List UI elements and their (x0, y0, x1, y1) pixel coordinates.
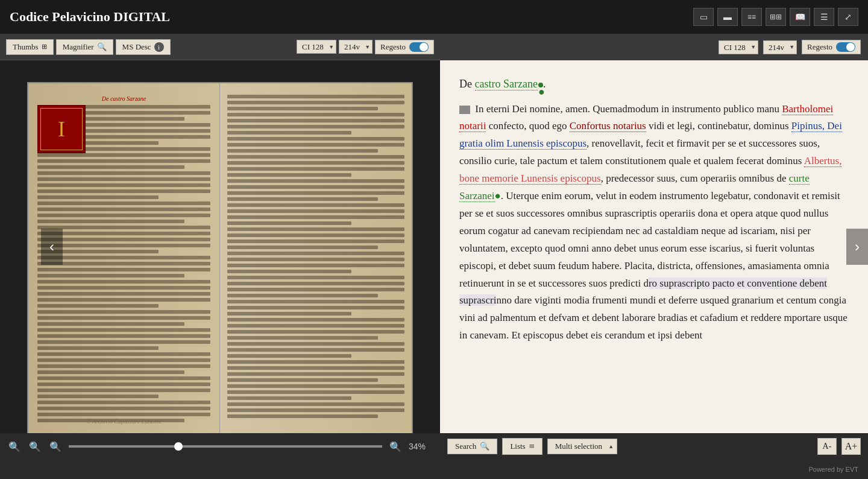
viewer-toolbar: Thumbs ⊞ Magnifier 🔍 MS Desc i CI 128 21… (0, 34, 440, 60)
fullscreen-button[interactable]: ⤢ (838, 8, 858, 26)
regesto-text-switch[interactable] (836, 42, 855, 52)
ms-line (37, 401, 210, 404)
ms-line (227, 240, 404, 243)
ms-line (37, 268, 210, 271)
de-text: De (459, 78, 475, 90)
text-toolbar: CI 128 214v Regesto (440, 34, 868, 60)
multi-select-button[interactable]: Multi selection (547, 439, 617, 454)
page-select[interactable]: 214v (339, 40, 373, 54)
menu-button[interactable]: ☰ (814, 8, 834, 26)
single-page-button[interactable]: ▭ (693, 8, 714, 26)
ms-line (227, 336, 378, 340)
font-increase-label: A+ (845, 441, 858, 452)
ms-line (37, 389, 210, 392)
grid-view-button[interactable]: ⊞⊞ (766, 8, 786, 26)
entity-pipinus[interactable]: Pipinus, Dei gratia olim Lunensis episco… (459, 120, 842, 150)
ms-line (227, 288, 404, 291)
place-dot: ● (538, 83, 543, 87)
search-button[interactable]: Search 🔍 (447, 439, 497, 454)
zoom-out-button[interactable]: 🔍 (28, 439, 42, 454)
text-view-button[interactable]: ≡≡ (741, 8, 762, 26)
ms-line (227, 282, 404, 285)
ms-line (227, 233, 404, 237)
zoom-in-button[interactable]: 🔍 (48, 439, 63, 454)
regesto-toggle[interactable]: Regesto (375, 40, 434, 54)
ms-line (37, 208, 210, 211)
app-title-wrap: Codice Pelavicino DIGITAL (10, 9, 170, 25)
regesto-text-toggle[interactable]: Regesto (802, 40, 861, 54)
magnifier-button[interactable]: Magnifier 🔍 (56, 39, 113, 55)
search-label: Search (455, 442, 476, 451)
search-icon: 🔍 (480, 442, 489, 451)
nav-prev-button[interactable]: ‹ (41, 229, 63, 265)
ms-text-lines-right (227, 95, 404, 418)
magnifier-label: Magnifier (63, 42, 94, 52)
lists-button[interactable]: Lists ≡ (502, 438, 542, 455)
ms-line (227, 330, 404, 334)
page-text-select[interactable]: 214v (763, 40, 797, 54)
font-increase-button[interactable]: A+ (841, 438, 861, 455)
ms-line (37, 159, 210, 163)
ms-line (37, 171, 210, 175)
book-view-button[interactable]: 📖 (790, 8, 810, 26)
regesto-switch[interactable] (409, 42, 429, 52)
ms-desc-label: MS Desc (122, 42, 151, 52)
ms-line (37, 413, 210, 416)
ms-line (227, 360, 404, 364)
ci-text-select[interactable]: CI 128 (719, 40, 758, 54)
entity-albertus[interactable]: Albertus, bone memorie Lunensis episcopu… (459, 155, 841, 185)
ms-line (227, 300, 404, 303)
ms-line (37, 220, 184, 223)
ms-line (227, 143, 404, 147)
ms-line (37, 292, 210, 296)
ms-line (37, 274, 184, 278)
page-text-select-wrap: 214v (763, 40, 797, 54)
ms-line (227, 390, 404, 394)
entity-bartholomei[interactable]: Bartholomei notarii (459, 103, 833, 133)
zoom-out-small-button[interactable]: 🔍 (7, 439, 22, 454)
ms-line (227, 197, 378, 201)
ms-heading-red: De castro Sarzane (37, 95, 210, 102)
app-title: Codice Pelavicino DIGITAL (10, 9, 170, 24)
ms-line (227, 258, 404, 261)
ms-line (37, 382, 210, 386)
ci-select[interactable]: CI 128 (297, 40, 336, 54)
ms-line (227, 131, 351, 135)
ms-line (37, 244, 210, 247)
ms-line (227, 173, 351, 177)
ms-line (37, 334, 210, 338)
ms-line (37, 340, 210, 344)
entity-castro-sarzane[interactable]: castro Sarzane (475, 78, 538, 90)
ms-line (37, 298, 210, 302)
ms-line (37, 280, 210, 284)
ms-line (227, 396, 351, 400)
ms-line (227, 179, 404, 183)
magnifier-icon: 🔍 (97, 42, 107, 52)
ms-desc-button[interactable]: MS Desc i (116, 39, 171, 55)
ms-line (37, 310, 210, 314)
thumbs-button[interactable]: Thumbs ⊞ (6, 39, 54, 55)
ms-line (227, 366, 404, 370)
zoom-slider[interactable] (69, 445, 382, 448)
ms-line (37, 286, 210, 290)
ms-line (227, 318, 404, 322)
curte-dot: ● (495, 190, 501, 201)
ms-line (227, 221, 351, 225)
entity-confortus[interactable]: Confortus notarius (570, 120, 646, 132)
ms-line (37, 352, 210, 356)
ms-line (37, 316, 210, 320)
zoom-handle[interactable] (174, 442, 183, 451)
font-decrease-button[interactable]: A- (817, 438, 837, 455)
multi-select-label: Multi selection (555, 442, 602, 451)
two-page-button[interactable]: ▬ (717, 8, 738, 26)
zoom-in-max-button[interactable]: 🔍 (388, 439, 403, 454)
ms-line (227, 215, 404, 219)
ci-text-select-wrap: CI 128 (719, 40, 758, 54)
lists-label: Lists (510, 442, 525, 451)
ms-line (37, 256, 210, 259)
nav-next-button[interactable]: › (846, 229, 868, 265)
ms-line (37, 153, 210, 157)
ms-line (227, 113, 404, 116)
toggle-text-knob (846, 43, 855, 51)
thumbs-icon: ⊞ (42, 43, 47, 51)
